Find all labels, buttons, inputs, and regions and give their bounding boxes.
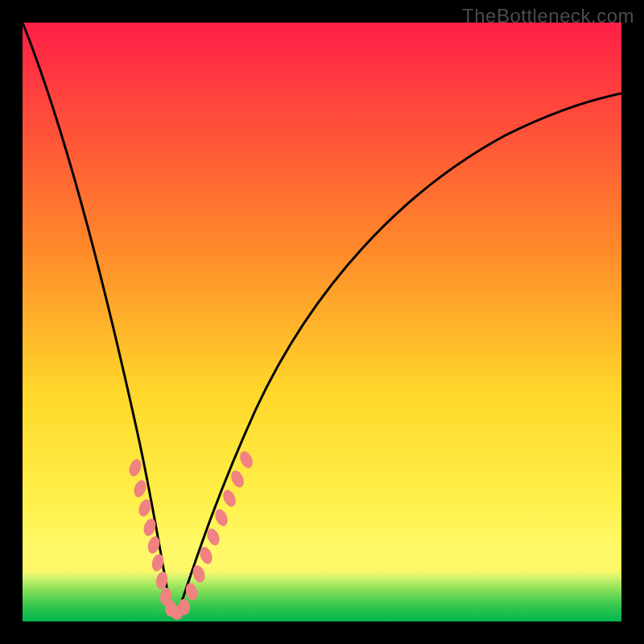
svg-point-16 [213, 507, 229, 528]
svg-point-2 [132, 478, 149, 498]
bottleneck-curve [23, 23, 621, 621]
svg-point-18 [229, 469, 246, 489]
svg-point-17 [221, 488, 238, 509]
watermark-text: TheBottleneck.com [462, 5, 634, 27]
svg-point-19 [237, 449, 255, 470]
svg-point-1 [127, 457, 144, 477]
plot-frame [23, 23, 621, 621]
curve-path [23, 23, 621, 614]
